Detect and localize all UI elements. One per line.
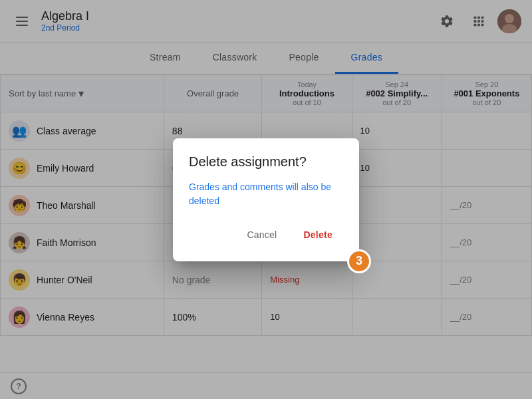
delete-dialog: Delete assignment? Grades and comments w… <box>173 138 359 261</box>
dialog-title: Delete assignment? <box>189 154 343 170</box>
modal-overlay: Delete assignment? Grades and comments w… <box>0 0 532 399</box>
cancel-button[interactable]: Cancel <box>236 224 287 245</box>
delete-button[interactable]: Delete <box>293 224 343 245</box>
step-badge: 3 <box>347 249 371 273</box>
dialog-body: Grades and comments will also be deleted <box>189 180 343 208</box>
dialog-actions: Cancel Delete <box>189 224 343 245</box>
